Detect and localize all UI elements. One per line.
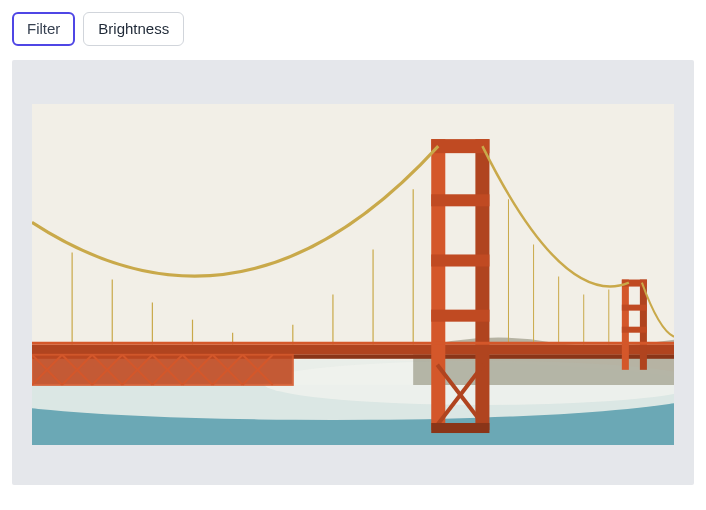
svg-rect-51 — [32, 342, 674, 345]
svg-rect-36 — [622, 327, 647, 333]
svg-rect-28 — [431, 310, 489, 322]
svg-rect-32 — [622, 280, 629, 370]
svg-rect-24 — [475, 139, 489, 430]
svg-rect-26 — [431, 194, 489, 206]
tab-brightness[interactable]: Brightness — [83, 12, 184, 46]
content-panel — [12, 60, 694, 485]
svg-rect-4 — [32, 345, 674, 355]
svg-rect-35 — [622, 305, 647, 311]
bridge-image — [32, 104, 674, 445]
tab-filter[interactable]: Filter — [12, 12, 75, 46]
image-preview — [32, 104, 674, 445]
svg-rect-25 — [431, 139, 489, 153]
tab-list: Filter Brightness — [12, 12, 694, 46]
svg-rect-6 — [32, 355, 293, 385]
svg-rect-27 — [431, 254, 489, 266]
svg-rect-23 — [431, 139, 445, 430]
svg-rect-31 — [431, 423, 489, 433]
